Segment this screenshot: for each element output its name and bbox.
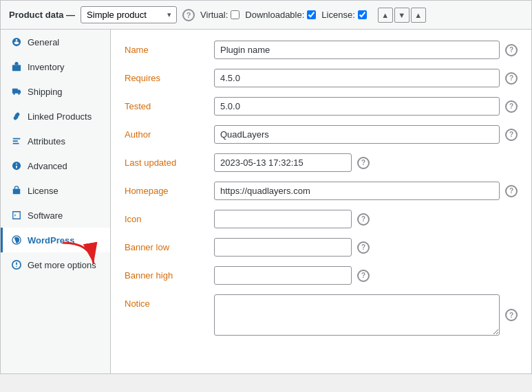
- downloadable-checkbox[interactable]: [307, 10, 316, 19]
- help-icon[interactable]: ?: [357, 213, 370, 226]
- label-author: Author: [125, 125, 214, 140]
- general-icon: [11, 36, 22, 47]
- sidebar-label-linked-products: Linked Products: [28, 111, 92, 122]
- svg-point-2: [18, 93, 20, 95]
- sidebar-label-attributes: Attributes: [28, 136, 65, 146]
- product-type-help-icon[interactable]: ?: [182, 9, 195, 21]
- product-type-select[interactable]: Simple product: [81, 6, 177, 23]
- form-row-requires: Requires ?: [125, 69, 518, 87]
- input-notice[interactable]: [214, 294, 500, 336]
- help-requires[interactable]: ?: [505, 72, 518, 85]
- form-row-tested: Tested ?: [125, 97, 518, 116]
- header-nav: ▲ ▼ ▲: [378, 8, 426, 23]
- help-name[interactable]: ?: [505, 44, 518, 56]
- input-author[interactable]: [214, 125, 500, 144]
- product-data-body: General Inventory Shipping: [1, 30, 531, 373]
- nav-collapse-button[interactable]: ▲: [411, 8, 426, 23]
- help-homepage[interactable]: ?: [505, 185, 518, 197]
- sidebar-item-linked-products[interactable]: Linked Products: [1, 104, 110, 129]
- shipping-icon: [11, 86, 22, 97]
- sidebar: General Inventory Shipping: [1, 30, 111, 373]
- nav-up-button[interactable]: ▲: [378, 8, 393, 23]
- linked-products-icon: [11, 111, 22, 122]
- sidebar-item-license[interactable]: License: [1, 178, 110, 203]
- help-author[interactable]: ?: [505, 129, 518, 141]
- label-icon: Icon: [125, 210, 214, 224]
- get-more-options-icon: [11, 259, 22, 270]
- input-wrap-icon: ?: [214, 210, 518, 228]
- input-banner-low[interactable]: [214, 238, 352, 257]
- sidebar-label-software: Software: [28, 210, 63, 221]
- input-wrap-requires: ?: [214, 69, 518, 87]
- sidebar-item-shipping[interactable]: Shipping: [1, 79, 110, 104]
- wordpress-icon: [11, 235, 22, 246]
- inventory-icon: [11, 61, 22, 72]
- input-wrap-tested: ?: [214, 97, 518, 116]
- input-wrap-banner-high: ?: [214, 266, 518, 285]
- product-type-wrapper: Simple product: [81, 6, 177, 23]
- sidebar-item-wordpress[interactable]: WordPress: [1, 228, 110, 252]
- nav-down-button[interactable]: ▼: [394, 8, 409, 23]
- input-banner-high[interactable]: [214, 266, 352, 285]
- form-row-banner-low: Banner low ?: [125, 238, 518, 257]
- sidebar-label-advanced: Advanced: [28, 161, 67, 171]
- help-last-updated[interactable]: ?: [357, 157, 370, 169]
- label-tested: Tested: [125, 97, 214, 111]
- attributes-icon: [11, 135, 22, 146]
- sidebar-item-advanced[interactable]: Advanced: [1, 153, 110, 178]
- license-icon: [11, 185, 22, 196]
- svg-point-1: [13, 93, 15, 95]
- sidebar-label-wordpress: WordPress: [28, 235, 74, 246]
- help-notice[interactable]: ?: [505, 309, 518, 321]
- input-icon[interactable]: [214, 210, 352, 228]
- form-row-notice: Notice ?: [125, 294, 518, 336]
- software-icon: [11, 210, 22, 221]
- sidebar-item-get-more-options[interactable]: Get more options: [1, 252, 110, 277]
- license-label: License:: [321, 10, 366, 20]
- label-requires: Requires: [125, 69, 214, 83]
- input-wrap-homepage: ?: [214, 182, 518, 200]
- label-homepage: Homepage: [125, 182, 214, 196]
- input-name[interactable]: [214, 41, 500, 59]
- sidebar-label-get-more-options: Get more options: [28, 260, 96, 270]
- input-last-updated[interactable]: [214, 153, 352, 172]
- input-wrap-name: ?: [214, 41, 518, 59]
- form-row-icon: Icon ?: [125, 210, 518, 228]
- advanced-icon: [11, 160, 22, 171]
- sidebar-label-inventory: Inventory: [28, 62, 64, 72]
- downloadable-label: Downloadable:: [245, 10, 316, 20]
- svg-rect-3: [13, 188, 21, 194]
- help-banner-high[interactable]: ?: [357, 270, 370, 282]
- virtual-label: Virtual:: [200, 10, 240, 20]
- sidebar-label-license: License: [28, 186, 58, 196]
- main-content: Name ? Requires ? Tested ?: [111, 30, 531, 373]
- input-requires[interactable]: [214, 69, 500, 87]
- sidebar-item-inventory[interactable]: Inventory: [1, 54, 110, 79]
- label-banner-low: Banner low: [125, 238, 214, 252]
- form-row-banner-high: Banner high ?: [125, 266, 518, 285]
- form-row-name: Name ?: [125, 41, 518, 59]
- help-tested[interactable]: ?: [505, 100, 518, 113]
- form-row-homepage: Homepage ?: [125, 182, 518, 200]
- product-data-header: Product data — Simple product ? Virtual:…: [1, 1, 531, 30]
- sidebar-label-shipping: Shipping: [28, 87, 63, 97]
- input-wrap-last-updated: ?: [214, 153, 518, 172]
- form-row-author: Author ?: [125, 125, 518, 144]
- license-checkbox[interactable]: [358, 10, 367, 19]
- sidebar-item-attributes[interactable]: Attributes: [1, 129, 110, 153]
- input-wrap-notice: ?: [214, 294, 518, 336]
- input-wrap-author: ?: [214, 125, 518, 144]
- help-banner-low[interactable]: ?: [357, 241, 370, 254]
- sidebar-label-general: General: [28, 37, 59, 47]
- svg-rect-0: [12, 65, 21, 71]
- label-last-updated: Last updated: [125, 153, 214, 168]
- label-name: Name: [125, 41, 214, 55]
- input-homepage[interactable]: [214, 182, 500, 200]
- sidebar-item-software[interactable]: Software: [1, 203, 110, 228]
- form-row-last-updated: Last updated ?: [125, 153, 518, 172]
- sidebar-item-general[interactable]: General: [1, 30, 110, 54]
- input-tested[interactable]: [214, 97, 500, 116]
- input-wrap-banner-low: ?: [214, 238, 518, 257]
- product-data-label: Product data —: [9, 10, 75, 20]
- virtual-checkbox[interactable]: [231, 10, 240, 19]
